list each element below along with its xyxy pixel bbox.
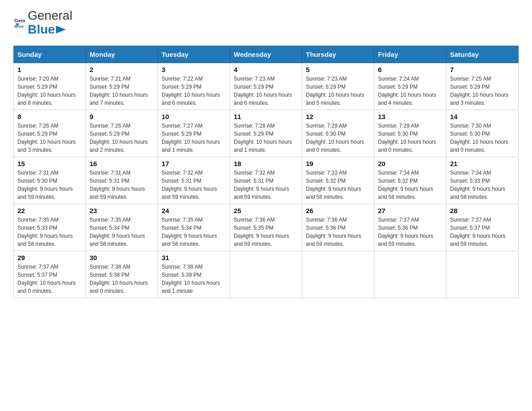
calendar-cell: 21 Sunrise: 7:34 AMSunset: 5:33 PMDaylig… bbox=[446, 157, 519, 204]
day-number: 15 bbox=[17, 160, 82, 167]
day-info: Sunrise: 7:38 AMSunset: 5:38 PMDaylight:… bbox=[90, 263, 154, 295]
day-number: 30 bbox=[90, 254, 154, 261]
week-row-2: 8 Sunrise: 7:26 AMSunset: 5:29 PMDayligh… bbox=[14, 110, 519, 157]
day-info: Sunrise: 7:21 AMSunset: 5:29 PMDaylight:… bbox=[90, 75, 154, 107]
day-info: Sunrise: 7:31 AMSunset: 5:30 PMDaylight:… bbox=[17, 169, 82, 201]
day-info: Sunrise: 7:36 AMSunset: 5:35 PMDaylight:… bbox=[234, 216, 298, 248]
calendar-cell: 27 Sunrise: 7:37 AMSunset: 5:36 PMDaylig… bbox=[374, 204, 446, 251]
day-info: Sunrise: 7:34 AMSunset: 5:33 PMDaylight:… bbox=[450, 169, 515, 201]
day-number: 1 bbox=[17, 66, 82, 73]
day-number: 23 bbox=[90, 207, 154, 214]
day-info: Sunrise: 7:35 AMSunset: 5:34 PMDaylight:… bbox=[90, 216, 154, 248]
calendar-cell: 30 Sunrise: 7:38 AMSunset: 5:38 PMDaylig… bbox=[86, 251, 158, 298]
day-number: 5 bbox=[306, 66, 370, 73]
day-number: 8 bbox=[17, 113, 82, 120]
calendar-cell: 6 Sunrise: 7:24 AMSunset: 5:29 PMDayligh… bbox=[374, 63, 446, 110]
calendar-cell: 4 Sunrise: 7:23 AMSunset: 5:29 PMDayligh… bbox=[230, 63, 302, 110]
day-info: Sunrise: 7:26 AMSunset: 5:29 PMDaylight:… bbox=[17, 122, 82, 154]
page-header: General Blue General Blue bbox=[13, 9, 519, 37]
logo-general-text: General bbox=[28, 9, 73, 23]
calendar-cell: 8 Sunrise: 7:26 AMSunset: 5:29 PMDayligh… bbox=[14, 110, 86, 157]
calendar-cell bbox=[374, 251, 446, 298]
day-number: 31 bbox=[162, 254, 226, 261]
day-number: 14 bbox=[450, 113, 515, 120]
day-number: 18 bbox=[234, 160, 298, 167]
svg-text:General: General bbox=[14, 18, 25, 23]
day-number: 9 bbox=[90, 113, 154, 120]
logo: General Blue General Blue bbox=[13, 9, 73, 37]
day-info: Sunrise: 7:20 AMSunset: 5:29 PMDaylight:… bbox=[17, 75, 82, 107]
calendar-header-row: SundayMondayTuesdayWednesdayThursdayFrid… bbox=[14, 46, 519, 63]
day-info: Sunrise: 7:27 AMSunset: 5:29 PMDaylight:… bbox=[162, 122, 226, 154]
calendar-cell: 22 Sunrise: 7:35 AMSunset: 5:33 PMDaylig… bbox=[14, 204, 86, 251]
day-info: Sunrise: 7:33 AMSunset: 5:32 PMDaylight:… bbox=[306, 169, 370, 201]
day-info: Sunrise: 7:36 AMSunset: 5:36 PMDaylight:… bbox=[306, 216, 370, 248]
calendar-table: SundayMondayTuesdayWednesdayThursdayFrid… bbox=[13, 46, 519, 298]
day-info: Sunrise: 7:29 AMSunset: 5:30 PMDaylight:… bbox=[378, 122, 442, 154]
day-number: 17 bbox=[162, 160, 226, 167]
calendar-cell bbox=[302, 251, 374, 298]
day-number: 22 bbox=[17, 207, 82, 214]
calendar-cell: 23 Sunrise: 7:35 AMSunset: 5:34 PMDaylig… bbox=[86, 204, 158, 251]
weekday-header-sunday: Sunday bbox=[14, 46, 86, 63]
day-info: Sunrise: 7:32 AMSunset: 5:31 PMDaylight:… bbox=[162, 169, 226, 201]
calendar-cell: 3 Sunrise: 7:22 AMSunset: 5:29 PMDayligh… bbox=[158, 63, 230, 110]
day-info: Sunrise: 7:25 AMSunset: 5:29 PMDaylight:… bbox=[450, 75, 515, 107]
calendar-cell: 13 Sunrise: 7:29 AMSunset: 5:30 PMDaylig… bbox=[374, 110, 446, 157]
day-number: 29 bbox=[17, 254, 82, 261]
calendar-cell: 25 Sunrise: 7:36 AMSunset: 5:35 PMDaylig… bbox=[230, 204, 302, 251]
day-info: Sunrise: 7:31 AMSunset: 5:31 PMDaylight:… bbox=[90, 169, 154, 201]
weekday-header-thursday: Thursday bbox=[302, 46, 374, 63]
day-number: 28 bbox=[450, 207, 515, 214]
day-info: Sunrise: 7:26 AMSunset: 5:29 PMDaylight:… bbox=[90, 122, 154, 154]
day-info: Sunrise: 7:23 AMSunset: 5:29 PMDaylight:… bbox=[234, 75, 298, 107]
day-number: 27 bbox=[378, 207, 442, 214]
day-info: Sunrise: 7:22 AMSunset: 5:29 PMDaylight:… bbox=[162, 75, 226, 107]
day-number: 20 bbox=[378, 160, 442, 167]
calendar-cell: 2 Sunrise: 7:21 AMSunset: 5:29 PMDayligh… bbox=[86, 63, 158, 110]
calendar-cell: 15 Sunrise: 7:31 AMSunset: 5:30 PMDaylig… bbox=[14, 157, 86, 204]
day-number: 13 bbox=[378, 113, 442, 120]
week-row-4: 22 Sunrise: 7:35 AMSunset: 5:33 PMDaylig… bbox=[14, 204, 519, 251]
day-info: Sunrise: 7:37 AMSunset: 5:37 PMDaylight:… bbox=[450, 216, 515, 248]
week-row-3: 15 Sunrise: 7:31 AMSunset: 5:30 PMDaylig… bbox=[14, 157, 519, 204]
calendar-cell: 29 Sunrise: 7:37 AMSunset: 5:37 PMDaylig… bbox=[14, 251, 86, 298]
calendar-cell: 1 Sunrise: 7:20 AMSunset: 5:29 PMDayligh… bbox=[14, 63, 86, 110]
calendar-cell: 24 Sunrise: 7:35 AMSunset: 5:34 PMDaylig… bbox=[158, 204, 230, 251]
day-number: 19 bbox=[306, 160, 370, 167]
calendar-cell: 9 Sunrise: 7:26 AMSunset: 5:29 PMDayligh… bbox=[86, 110, 158, 157]
day-info: Sunrise: 7:35 AMSunset: 5:33 PMDaylight:… bbox=[17, 216, 82, 248]
weekday-header-monday: Monday bbox=[86, 46, 158, 63]
day-info: Sunrise: 7:37 AMSunset: 5:36 PMDaylight:… bbox=[378, 216, 442, 248]
day-number: 3 bbox=[162, 66, 226, 73]
calendar-cell bbox=[230, 251, 302, 298]
calendar-cell: 14 Sunrise: 7:30 AMSunset: 5:30 PMDaylig… bbox=[446, 110, 519, 157]
day-number: 7 bbox=[450, 66, 515, 73]
day-info: Sunrise: 7:37 AMSunset: 5:37 PMDaylight:… bbox=[17, 263, 82, 295]
day-number: 10 bbox=[162, 113, 226, 120]
day-number: 25 bbox=[234, 207, 298, 214]
weekday-header-wednesday: Wednesday bbox=[230, 46, 302, 63]
day-number: 2 bbox=[90, 66, 154, 73]
logo-blue-text: Blue bbox=[28, 23, 73, 37]
calendar-cell: 31 Sunrise: 7:38 AMSunset: 5:39 PMDaylig… bbox=[158, 251, 230, 298]
calendar-cell: 11 Sunrise: 7:28 AMSunset: 5:29 PMDaylig… bbox=[230, 110, 302, 157]
calendar-cell: 28 Sunrise: 7:37 AMSunset: 5:37 PMDaylig… bbox=[446, 204, 519, 251]
day-info: Sunrise: 7:24 AMSunset: 5:29 PMDaylight:… bbox=[378, 75, 442, 107]
day-info: Sunrise: 7:30 AMSunset: 5:30 PMDaylight:… bbox=[450, 122, 515, 154]
calendar-cell: 19 Sunrise: 7:33 AMSunset: 5:32 PMDaylig… bbox=[302, 157, 374, 204]
day-number: 16 bbox=[90, 160, 154, 167]
calendar-cell: 20 Sunrise: 7:34 AMSunset: 5:32 PMDaylig… bbox=[374, 157, 446, 204]
weekday-header-tuesday: Tuesday bbox=[158, 46, 230, 63]
week-row-1: 1 Sunrise: 7:20 AMSunset: 5:29 PMDayligh… bbox=[14, 63, 519, 110]
day-info: Sunrise: 7:38 AMSunset: 5:39 PMDaylight:… bbox=[162, 263, 226, 295]
calendar-cell: 7 Sunrise: 7:25 AMSunset: 5:29 PMDayligh… bbox=[446, 63, 519, 110]
day-info: Sunrise: 7:29 AMSunset: 5:30 PMDaylight:… bbox=[306, 122, 370, 154]
day-number: 6 bbox=[378, 66, 442, 73]
day-info: Sunrise: 7:35 AMSunset: 5:34 PMDaylight:… bbox=[162, 216, 226, 248]
day-info: Sunrise: 7:32 AMSunset: 5:31 PMDaylight:… bbox=[234, 169, 298, 201]
calendar-cell: 18 Sunrise: 7:32 AMSunset: 5:31 PMDaylig… bbox=[230, 157, 302, 204]
calendar-cell: 17 Sunrise: 7:32 AMSunset: 5:31 PMDaylig… bbox=[158, 157, 230, 204]
calendar-cell: 26 Sunrise: 7:36 AMSunset: 5:36 PMDaylig… bbox=[302, 204, 374, 251]
day-info: Sunrise: 7:28 AMSunset: 5:29 PMDaylight:… bbox=[234, 122, 298, 154]
